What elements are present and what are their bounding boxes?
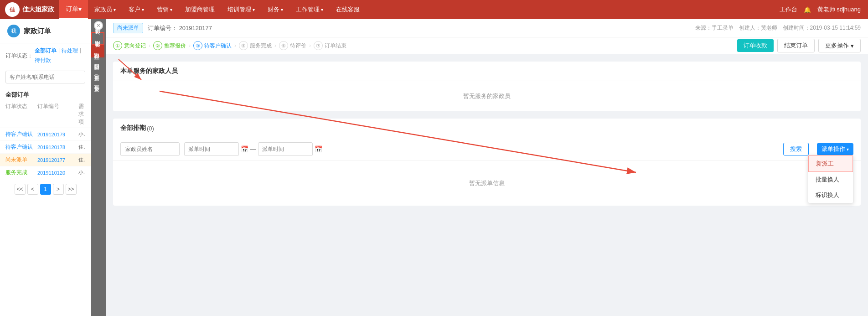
more-actions-button[interactable]: 更多操作 ▾ <box>818 39 861 52</box>
step-bar: ① 意向登记 › ② 推荐报价 › ③ 待客户确认 › ⑤ 服务完成 <box>106 37 868 54</box>
order-row[interactable]: 待客户确认 2019120179 小时工 <box>0 128 91 141</box>
nav-item-marketing[interactable]: 营销 ▾ <box>150 0 179 19</box>
date-end-input[interactable] <box>258 142 313 156</box>
avatar: 我 <box>7 25 20 37</box>
order-meta: 来源：手工录单 创建人：黄老师 创建时间：2019-03-15 11:14:59 <box>695 24 861 32</box>
date-start-input[interactable] <box>184 142 239 156</box>
tab-order[interactable]: 订单 ▾ <box>59 0 88 19</box>
next-page-button[interactable]: > <box>53 184 64 195</box>
dispatch-title: 全部排期 <box>120 124 146 132</box>
step-arrow: › <box>274 42 276 49</box>
step-1: ① 意向登记 <box>113 41 146 50</box>
sidebar-title: 家政订单 <box>24 27 51 36</box>
step-3: ③ 待客户确认 <box>193 41 232 50</box>
vertical-tabs: ✕ 订单详情 派单排期 面试记录 订单合同 订单日志 订单备注 <box>91 19 106 316</box>
dispatch-count: (0) <box>147 125 154 132</box>
dispatch-filter-bar: 📅 — 📅 搜索 派单操作 ▾ 新派工 <box>113 138 861 161</box>
nav-item-customer-service[interactable]: 在线客服 <box>330 0 366 19</box>
vtab-order-notes[interactable]: 订单备注 <box>91 90 103 101</box>
order-row[interactable]: 服务完成 2019110120 小时工 <box>0 166 91 179</box>
prev-page-button[interactable]: < <box>27 184 38 195</box>
order-row[interactable]: 待客户确认 2019120178 住家保... <box>0 141 91 154</box>
nav-item-training[interactable]: 培训管理 ▾ <box>221 0 261 19</box>
chevron-icon: ▾ <box>253 7 255 12</box>
table-header: 订单状态 订单编号 需求项 <box>0 101 91 128</box>
order-status-badge: 尚未派单 <box>113 23 143 33</box>
close-order-button[interactable]: 结束订单 <box>777 39 815 52</box>
chevron-icon: ▾ <box>321 7 323 12</box>
collect-payment-button[interactable]: 订单收款 <box>737 39 774 52</box>
sidebar-header: 我 家政订单 <box>0 19 91 43</box>
nav-item-client[interactable]: 客户 ▾ <box>122 0 150 19</box>
step-6: ⑥ 待评价 <box>279 41 306 50</box>
top-navigation: 佳 佳大姐家政 订单 ▾ 家政员 ▾ 客户 ▾ 营销 ▾ 加盟商管理 培训管理 … <box>0 0 868 19</box>
filter-all[interactable]: 全部订单 <box>35 47 57 55</box>
filter-section: 订单状态： 全部订单 | 待处理 | 待付款 <box>0 43 91 71</box>
detail-content: 本单服务的家政人员 暂无服务的家政员 全部排期 (0) 📅 — <box>106 54 868 316</box>
dropdown-item-batch-replace[interactable]: 批量换人 <box>808 172 853 187</box>
search-button[interactable]: 搜索 <box>783 143 809 155</box>
no-dispatch-text: 暂无派单信息 <box>113 161 861 206</box>
chevron-icon: ▾ <box>114 7 116 12</box>
dropdown-item-new-dispatch[interactable]: 新派工 <box>808 155 853 172</box>
step-arrow: › <box>149 42 150 49</box>
filter-payment[interactable]: 待付款 <box>35 57 51 64</box>
vtab-dispatch-schedule[interactable]: 派单排期 <box>91 45 104 57</box>
filter-label: 订单状态： <box>5 52 33 60</box>
step-arrow: › <box>189 42 191 49</box>
calendar-icon: 📅 <box>241 145 248 153</box>
no-staff-text: 暂无服务的家政员 <box>113 81 861 111</box>
service-staff-title: 本单服务的家政人员 <box>113 62 861 81</box>
step-arrow: › <box>309 42 311 49</box>
filter-row: 订单状态： 全部订单 | 待处理 | 待付款 <box>5 47 85 64</box>
nav-item-franchise[interactable]: 加盟商管理 <box>179 0 221 19</box>
status-filters: 全部订单 | 待处理 | 待付款 <box>35 47 85 64</box>
close-panel-button[interactable]: ✕ <box>94 21 103 30</box>
chevron-icon: ▾ <box>170 7 172 12</box>
order-number-label: 订单编号： 2019120177 <box>148 24 212 32</box>
content-area: 尚未派单 订单编号： 2019120177 来源：手工录单 创建人：黄老师 创建… <box>106 19 868 316</box>
nav-items: 家政员 ▾ 客户 ▾ 营销 ▾ 加盟商管理 培训管理 ▾ 财务 ▾ 工作管理 ▾… <box>88 0 780 19</box>
nav-item-finance[interactable]: 财务 ▾ <box>261 0 289 19</box>
vtab-order-log[interactable]: 订单日志 <box>91 79 103 90</box>
nav-item-work[interactable]: 工作管理 ▾ <box>289 0 330 19</box>
current-page-button[interactable]: 1 <box>40 184 51 195</box>
step-2: ② 推荐报价 <box>153 41 186 50</box>
nav-item-staff[interactable]: 家政员 ▾ <box>88 0 122 19</box>
create-time: 创建时间：2019-03-15 11:14:59 <box>783 24 861 32</box>
order-row[interactable]: 尚未派单 2019120177 住家保... <box>0 154 91 166</box>
sidebar: 我 家政订单 订单状态： 全部订单 | 待处理 | 待付款 全部订单 订单状态 … <box>0 19 91 316</box>
vtab-order-contract[interactable]: 订单合同 <box>91 68 103 79</box>
orders-section-title: 全部订单 <box>0 87 91 101</box>
step-7: ⑦ 订单结束 <box>314 41 346 50</box>
nav-right: 工作台 🔔 黄老师 sdjhuang <box>780 5 868 14</box>
dispatch-ops-button[interactable]: 派单操作 ▾ <box>817 143 853 155</box>
staff-name-filter[interactable] <box>120 142 180 156</box>
pagination: << < 1 > >> <box>0 179 91 199</box>
first-page-button[interactable]: << <box>15 184 26 195</box>
main-layout: 我 家政订单 订单状态： 全部订单 | 待处理 | 待付款 全部订单 订单状态 … <box>0 19 868 316</box>
filter-pending[interactable]: 待处理 <box>62 47 78 55</box>
last-page-button[interactable]: >> <box>66 184 77 195</box>
logo-icon: 佳 <box>5 2 20 17</box>
dispatch-ops-wrapper: 派单操作 ▾ 新派工 批量换人 标识换人 <box>817 143 853 155</box>
vtab-order-detail[interactable]: 订单详情 <box>91 32 104 45</box>
step-5: ⑤ 服务完成 <box>239 41 272 50</box>
vtab-interview-records[interactable]: 面试记录 <box>91 57 103 68</box>
chevron-down-icon: ▾ <box>851 42 854 49</box>
user-info[interactable]: 黄老师 sdjhuang <box>817 5 861 14</box>
logo: 佳 佳大姐家政 <box>0 0 59 19</box>
notification-icon[interactable]: 🔔 <box>804 6 811 13</box>
order-detail-header-bar: 尚未派单 订单编号： 2019120177 来源：手工录单 创建人：黄老师 创建… <box>106 19 868 37</box>
chevron-down-icon: ▾ <box>78 5 82 13</box>
date-range-wrapper: 📅 — 📅 <box>184 142 322 156</box>
step-arrow: › <box>234 42 236 49</box>
creator-info: 创建人：黄老师 <box>739 24 777 32</box>
search-input[interactable] <box>5 71 85 83</box>
chevron-down-icon: ▾ <box>847 147 849 152</box>
action-buttons: 订单收款 结束订单 更多操作 ▾ <box>737 39 861 52</box>
dispatch-section: 全部排期 (0) 📅 — 📅 搜索 <box>113 119 861 206</box>
dropdown-item-mark-replace[interactable]: 标识换人 <box>808 187 853 203</box>
workbench-label[interactable]: 工作台 <box>780 5 797 14</box>
service-staff-section: 本单服务的家政人员 暂无服务的家政员 <box>113 62 861 111</box>
